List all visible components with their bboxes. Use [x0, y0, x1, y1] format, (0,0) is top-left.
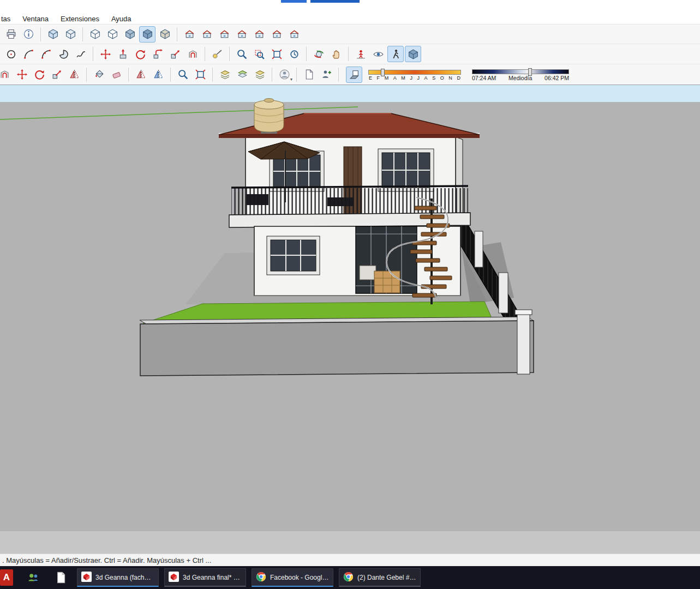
paint-bucket-tool-button[interactable]: [91, 67, 107, 83]
flip-blue-tool-button[interactable]: [150, 67, 166, 83]
chrome-icon: [256, 572, 266, 584]
taskbar-task-3[interactable]: Facebook - Google ...: [252, 568, 333, 587]
month-letter-11: N: [448, 75, 452, 81]
document-icon[interactable]: [53, 570, 68, 585]
smooth-surface-tool-button[interactable]: [234, 67, 250, 83]
menu-extensiones[interactable]: Extensiones: [61, 15, 99, 23]
account-button-button[interactable]: ▾: [276, 67, 292, 83]
sandbox-tool-button[interactable]: [252, 67, 268, 83]
look-around-tool-button[interactable]: [370, 46, 386, 62]
toggle-shadows-button[interactable]: [346, 67, 362, 83]
rotate-tool-button[interactable]: [132, 46, 148, 62]
new-model-button-button[interactable]: [301, 67, 317, 83]
taskbar-task-1[interactable]: 3d Geanna (fachad...: [77, 568, 159, 587]
style-monochrome-button[interactable]: [157, 26, 173, 43]
view-top-button[interactable]: [199, 26, 215, 43]
shadow-date-slider-thumb[interactable]: [381, 69, 385, 76]
shadow-time-slider[interactable]: [472, 69, 569, 74]
rotate-copy-tool-button[interactable]: [31, 67, 47, 83]
account-button-dropdown-arrow-icon[interactable]: ▾: [290, 77, 292, 82]
eraser-tool-button[interactable]: [108, 67, 124, 83]
shadow-panel: EFMAMJJASOND 07:24 AM Mediodía 06:42 PM: [345, 67, 575, 83]
menu-ayuda[interactable]: Ayuda: [111, 15, 131, 23]
toolbar-separator: [93, 47, 93, 61]
zoom-window-tool-button[interactable]: [251, 46, 267, 62]
toolbar-row-2: [0, 44, 700, 64]
status-text: . Mayúsculas = Añadir/Sustraer. Ctrl = A…: [2, 556, 211, 564]
taskbar: A3d Geanna (fachad...3d Geanna final* - …: [0, 566, 700, 589]
walk-tool-button[interactable]: [387, 46, 404, 62]
view-left-button[interactable]: [268, 26, 285, 43]
task-label: 3d Geanna (fachad...: [95, 574, 154, 581]
menubar: tasVentanaExtensionesAyuda: [0, 14, 700, 24]
print-button[interactable]: [3, 26, 19, 43]
zoom-tool-2-button[interactable]: [175, 67, 191, 83]
sketchup-window: tasVentanaExtensionesAyuda ▾ EFMAMJJASON…: [0, 0, 700, 589]
pan-tool-button[interactable]: [328, 46, 344, 62]
toolbar-separator: [205, 47, 205, 61]
autocad-icon[interactable]: A: [0, 569, 13, 586]
toolbar-row-1: [0, 24, 700, 44]
style-xray-button[interactable]: [45, 26, 61, 43]
style-shaded-button[interactable]: [122, 26, 138, 43]
menu-ventana[interactable]: Ventana: [22, 15, 49, 23]
tape-measure-tool-button[interactable]: [209, 46, 225, 62]
view-back-button[interactable]: [251, 26, 267, 43]
pie-tool-button[interactable]: [55, 46, 71, 62]
freehand-tool-button[interactable]: [73, 46, 89, 62]
toolbar-separator: [272, 68, 272, 82]
view-iso-button[interactable]: [181, 26, 198, 43]
toolbar-separator: [338, 68, 339, 82]
sketchup-icon: [81, 572, 92, 584]
orbit-tool-button[interactable]: [310, 46, 327, 62]
style-hidden-line-button[interactable]: [104, 26, 121, 43]
people-icon[interactable]: [26, 570, 40, 585]
mirror-tool-button[interactable]: [66, 67, 82, 83]
month-letter-4: A: [393, 75, 397, 81]
circle-tool-button[interactable]: [3, 46, 19, 62]
push-pull-tool-button[interactable]: [115, 46, 131, 62]
zoom-extents-tool-2-button[interactable]: [192, 67, 208, 83]
style-back-edges-button[interactable]: [62, 26, 79, 43]
chrome-icon: [343, 572, 354, 584]
shadow-time-slider-thumb[interactable]: [528, 68, 532, 76]
zoom-extents-tool-button[interactable]: [268, 46, 285, 62]
add-person-button-button[interactable]: [318, 67, 334, 83]
month-letter-9: S: [432, 75, 435, 81]
menu-tas[interactable]: tas: [1, 15, 10, 23]
window-artifact-bar-1: [281, 0, 307, 3]
soften-edges-tool-button[interactable]: [217, 67, 233, 83]
position-camera-tool-button[interactable]: [352, 46, 369, 62]
offset-copy-tool-button[interactable]: [0, 67, 13, 83]
style-shaded-textures-button[interactable]: [139, 26, 155, 43]
view-front-button[interactable]: [216, 26, 232, 43]
view-bottom-button[interactable]: [286, 26, 302, 43]
scale-copy-tool-button[interactable]: [49, 67, 65, 83]
shadow-date-slider[interactable]: [368, 70, 461, 75]
month-letter-8: A: [424, 75, 428, 81]
view-right-button[interactable]: [234, 26, 250, 43]
follow-me-tool-button[interactable]: [149, 46, 166, 62]
zoom-tool-button[interactable]: [234, 46, 250, 62]
flip-red-tool-button[interactable]: [133, 67, 149, 83]
toolbar-separator: [40, 27, 41, 41]
taskbar-task-4[interactable]: (2) Dante Gebel #95...: [339, 568, 421, 587]
month-letter-10: O: [440, 75, 444, 81]
month-letter-5: M: [401, 75, 405, 81]
arc-tool-button[interactable]: [20, 46, 37, 62]
model-info-button[interactable]: [20, 26, 37, 43]
move-copy-tool-button[interactable]: [14, 67, 30, 83]
task-label: Facebook - Google ...: [270, 574, 329, 581]
model-viewport[interactable]: [0, 85, 700, 531]
month-letter-7: J: [417, 75, 420, 81]
toolbar-separator: [296, 68, 297, 82]
zoom-previous-tool-button[interactable]: [286, 46, 302, 62]
scale-tool-button[interactable]: [167, 46, 183, 62]
camera-mode-toggle-button[interactable]: [405, 46, 421, 62]
shadow-date-control: EFMAMJJASOND: [368, 68, 461, 81]
style-wireframe-button[interactable]: [87, 26, 103, 43]
move-tool-button[interactable]: [97, 46, 113, 62]
taskbar-task-2[interactable]: 3d Geanna final* - ...: [164, 568, 246, 587]
two-point-arc-tool-button[interactable]: [38, 46, 54, 62]
offset-tool-button[interactable]: [184, 46, 201, 62]
